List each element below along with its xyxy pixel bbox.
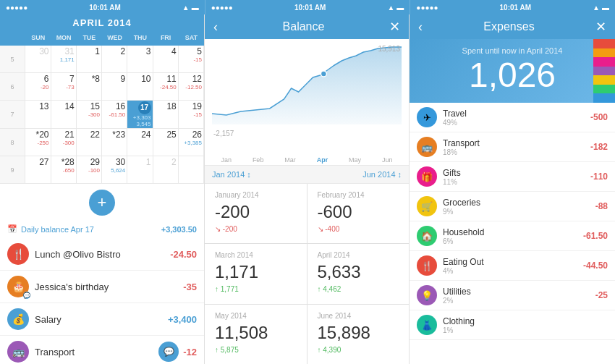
cal-day-29[interactable]: 29-100 (77, 156, 102, 184)
daily-balance-label: Daily balance Apr 17 (21, 225, 94, 234)
transport-pct: 18% (443, 148, 585, 156)
cal-day-24[interactable]: 24 (127, 129, 153, 156)
range-end-button[interactable]: Jun 2014 ↕ (362, 170, 402, 179)
status-bar-1: ●●●●● 10:01 AM ▲ ▬ (0, 0, 205, 14)
cal-day-28[interactable]: *28-650 (51, 156, 77, 184)
time-3: 10:01 AM (500, 4, 532, 12)
cal-day-4[interactable]: 4 (153, 46, 179, 73)
cal-day-18[interactable]: 18 (153, 101, 179, 129)
range-end-arrow: ↕ (398, 170, 402, 179)
cal-day-may3[interactable] (179, 156, 204, 184)
cal-day-11[interactable]: 11-24.50 (153, 73, 179, 101)
expense-item-clothing[interactable]: 👗 Clothing 1% (410, 310, 615, 340)
cal-day-21[interactable]: 21-300 (51, 129, 77, 156)
gifts-name: Gifts (443, 168, 585, 178)
utilities-icon: 💡 (417, 285, 437, 305)
range-start-button[interactable]: Jan 2014 ↕ (212, 170, 251, 179)
cal-day-17-today[interactable]: 17 +3,303 3,545 (127, 101, 153, 129)
cal-day-20[interactable]: *20-250 (25, 129, 51, 156)
balance-chart-svg (212, 45, 402, 132)
chart-month-may[interactable]: May (349, 156, 361, 164)
balance-panel-header: ‹ Balance ✕ (205, 14, 409, 39)
strip-yellow (593, 75, 615, 85)
transaction-item-salary[interactable]: 💰 Salary +3,400 (0, 303, 204, 336)
chart-month-feb[interactable]: Feb (253, 156, 264, 164)
expense-item-groceries[interactable]: 🛒 Groceries 9% -88 (410, 192, 615, 221)
chart-month-jan[interactable]: Jan (221, 156, 232, 164)
cal-day-30[interactable]: 305,624 (102, 156, 127, 184)
calendar-icon: 📅 (7, 224, 17, 234)
cal-day-6[interactable]: 6-20 (25, 73, 51, 101)
balance-period-jan: January 2014 (215, 191, 297, 199)
cal-day-mar30[interactable]: 30 (25, 46, 51, 73)
transaction-amount-transport: -12 (183, 347, 197, 357)
main-content: APRIL 2014 SUN MON TUE WED THU FRI SAT 5… (0, 14, 615, 364)
strip-orange (593, 48, 615, 58)
cal-day-16[interactable]: 16-61.50 (102, 101, 127, 129)
expenses-back-arrow[interactable]: ‹ (418, 20, 423, 35)
balance-back-arrow[interactable]: ‹ (213, 20, 218, 35)
household-pct: 6% (443, 237, 577, 245)
cal-day-5[interactable]: 5-15 (179, 46, 204, 73)
cal-day-mar31[interactable]: 311,171 (51, 46, 77, 73)
eatingout-info: Eating Out 4% (443, 257, 577, 275)
cal-day-19[interactable]: 19-15 (179, 101, 204, 129)
add-transaction-button[interactable]: + (89, 190, 115, 216)
strip-red (593, 39, 615, 48)
balance-amount-apr: 5,633 (318, 262, 399, 282)
cal-day-7[interactable]: 7-73 (51, 73, 77, 101)
balance-period-jun: June 2014 (318, 312, 399, 320)
gifts-amount: -110 (590, 172, 608, 182)
chart-month-apr[interactable]: Apr (317, 156, 328, 164)
balance-close-button[interactable]: ✕ (389, 19, 400, 35)
cal-day-2[interactable]: 2 (102, 46, 127, 73)
expense-item-gifts[interactable]: 🎁 Gifts 11% -110 (410, 162, 615, 192)
cal-day-22[interactable]: 22 (77, 129, 102, 156)
chart-dot (321, 71, 326, 77)
expense-item-eatingout[interactable]: 🍴 Eating Out 4% -44.50 (410, 251, 615, 281)
tue-header: TUE (77, 33, 102, 43)
cal-day-1[interactable]: 1 (77, 46, 102, 73)
status-bar-2: ●●●●● 10:01 AM ▲ ▬ (205, 0, 411, 14)
balance-amount-may: 11,508 (215, 323, 297, 343)
cal-day-may2[interactable]: 2 (153, 156, 179, 184)
battery-wifi-3: ▲ ▬ (593, 4, 609, 12)
chart-month-jun[interactable]: Jun (382, 156, 393, 164)
cal-day-8[interactable]: *8 (77, 73, 102, 101)
cal-day-10[interactable]: 10 (127, 73, 153, 101)
cal-day-15[interactable]: 15-300 (77, 101, 102, 129)
balance-amount-feb: -600 (318, 202, 399, 222)
signal-icon-3: ●●●●● (416, 4, 438, 12)
balance-change-jan: ↘ -200 (215, 225, 297, 233)
cal-day-26[interactable]: 26+3,385 (179, 129, 204, 156)
cal-day-13[interactable]: 13 (25, 101, 51, 129)
transaction-item-transport[interactable]: 🚌 Transport 💬 -12 (0, 336, 204, 364)
transaction-item-birthday[interactable]: 🎂 💬 Jessica's birthday -35 (0, 271, 204, 303)
clothing-name: Clothing (443, 316, 602, 326)
expense-item-travel[interactable]: ✈ Travel 49% -500 (410, 103, 615, 132)
cal-day-12[interactable]: 12-12.50 (179, 73, 204, 101)
clothing-info: Clothing 1% (443, 316, 602, 334)
transaction-item-lunch[interactable]: 🍴 Lunch @Olivo Bistro -24.50 (0, 238, 204, 271)
strip-green (593, 85, 615, 94)
cal-day-9[interactable]: 9 (102, 73, 127, 101)
cal-day-23[interactable]: *23 (102, 129, 127, 156)
wifi-icon-2: ▲ (387, 4, 394, 12)
expense-item-utilities[interactable]: 💡 Utilities 2% -25 (410, 281, 615, 310)
expense-item-transport[interactable]: 🚌 Transport 18% -182 (410, 132, 615, 162)
expenses-close-button[interactable]: ✕ (595, 19, 606, 35)
transport-right: 💬 -12 (158, 342, 197, 362)
cal-day-14[interactable]: 14 (51, 101, 77, 129)
cal-day-25[interactable]: 25 (153, 129, 179, 156)
chart-month-mar[interactable]: Mar (284, 156, 296, 164)
balance-period-may: May 2014 (215, 312, 297, 320)
battery-icon-1: ▬ (192, 4, 199, 12)
chat-button[interactable]: 💬 (158, 342, 179, 362)
strip-blue (593, 93, 615, 103)
cal-day-27[interactable]: 27 (25, 156, 51, 184)
balance-amount-mar: 1,171 (215, 262, 297, 282)
expenses-title: Expenses (483, 20, 534, 33)
cal-day-3[interactable]: 3 (127, 46, 153, 73)
expense-item-household[interactable]: 🏠 Household 6% -61.50 (410, 221, 615, 251)
cal-day-may1[interactable]: 1 (127, 156, 153, 184)
